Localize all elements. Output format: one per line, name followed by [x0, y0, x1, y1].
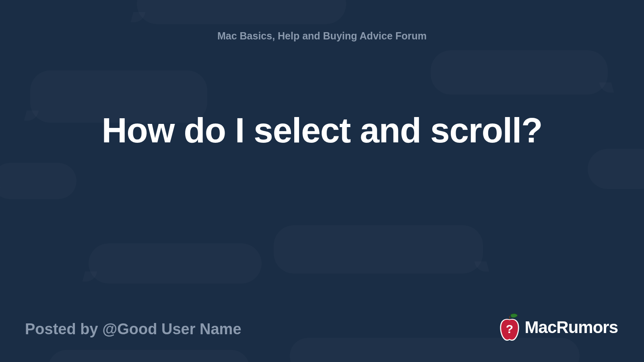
posted-by-author: Posted by @Good User Name: [25, 321, 242, 338]
site-name: MacRumors: [525, 318, 618, 337]
thread-title: How do I select and scroll?: [0, 109, 644, 152]
bg-bubble: [588, 149, 644, 189]
bg-bubble: [274, 225, 483, 274]
forum-name: Mac Basics, Help and Buying Advice Forum: [0, 30, 644, 42]
bg-bubble: [48, 350, 250, 362]
bg-bubble: [89, 243, 262, 284]
svg-text:?: ?: [506, 322, 513, 335]
site-logo: ? MacRumors: [497, 313, 618, 342]
bg-bubble: [431, 50, 608, 95]
bg-bubble: [0, 163, 76, 199]
bg-bubble: [137, 0, 346, 24]
apple-logo-icon: ?: [497, 313, 522, 342]
